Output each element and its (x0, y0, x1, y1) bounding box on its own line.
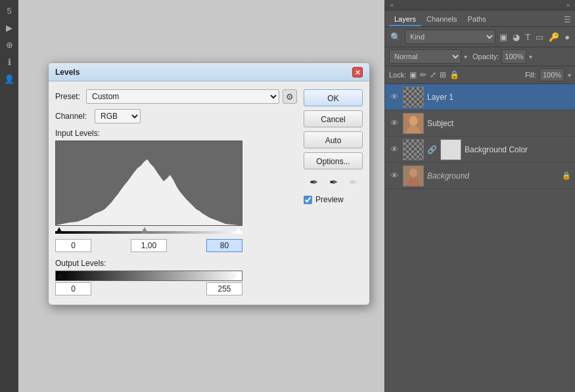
panel-collapse-top: « » (385, 0, 575, 11)
blend-down-arrow[interactable]: ▾ (464, 53, 467, 60)
lock-artboard-icon[interactable]: ⊞ (440, 70, 446, 79)
output-black-slider[interactable] (56, 272, 64, 279)
lock-checkerboard-icon[interactable]: ▣ (409, 70, 417, 79)
layer-item-background[interactable]: 👁 Background 🔒 (385, 163, 575, 189)
tool-play[interactable]: ▶ (1, 20, 17, 35)
tool-person[interactable]: 👤 (1, 71, 17, 87)
eye-icon-bg-color[interactable]: 👁 (389, 144, 400, 154)
eyedropper-black[interactable]: ✒ (310, 176, 318, 188)
auto-button[interactable]: Auto (304, 131, 363, 148)
subject-thumb-svg (403, 113, 423, 134)
layer-thumb-bg-color-white (440, 139, 461, 160)
chain-icon-bg-color: 🔗 (427, 145, 437, 154)
svg-point-3 (409, 116, 417, 125)
pixel-icon[interactable]: ▣ (498, 31, 509, 43)
svg-point-5 (409, 168, 417, 177)
channel-row: Channel: RGB (55, 109, 297, 123)
preset-row: Preset: Custom ⚙ (55, 89, 297, 104)
layers-list: 👁 Layer 1 👁 Subject 👁 🔗 Background Color (385, 84, 575, 392)
eyedropper-white[interactable]: ✒ (349, 176, 357, 188)
opacity-label: Opacity: (472, 53, 499, 60)
input-levels-label: Input Levels: (55, 129, 297, 138)
preview-label: Preview (315, 195, 344, 204)
eye-icon-subject[interactable]: 👁 (389, 118, 400, 128)
levels-dialog: Levels ✕ Preset: Custom ⚙ Channel: (48, 62, 370, 305)
input-white-slider[interactable] (235, 227, 242, 234)
layer-item-subject[interactable]: 👁 Subject (385, 110, 575, 137)
eyedropper-gray[interactable]: ✒ (329, 176, 338, 188)
layer-thumb-layer1 (403, 87, 424, 108)
tabs-row: Layers Channels Paths ☰ (385, 11, 575, 27)
fill-down-arrow[interactable]: ▾ (568, 72, 571, 79)
output-slider-track (55, 271, 242, 281)
ok-button[interactable]: OK (304, 89, 363, 106)
left-toolbar: 5 ▶ ⊕ ℹ 👤 (0, 0, 18, 392)
layer-item-bg-color[interactable]: 👁 🔗 Background Color (385, 137, 575, 163)
tab-layers[interactable]: Layers (389, 13, 421, 26)
blend-mode-select[interactable]: Normal (389, 49, 461, 64)
kind-select[interactable]: Kind (405, 30, 495, 44)
panel-menu-icon[interactable]: ☰ (564, 15, 571, 24)
lock-label: Lock: (389, 71, 406, 79)
output-levels-label: Output Levels: (55, 259, 297, 268)
adjustment-icon[interactable]: ◕ (511, 31, 521, 43)
search-icon: 🔍 (389, 31, 402, 43)
opacity-down-arrow[interactable]: ▾ (529, 53, 532, 60)
layer-name-layer1: Layer 1 (427, 93, 571, 102)
output-white-value[interactable] (206, 282, 242, 295)
lock-all-icon[interactable]: 🔒 (449, 70, 459, 79)
gear-button[interactable]: ⚙ (283, 89, 297, 104)
eye-icon-background[interactable]: 👁 (389, 171, 400, 181)
layers-panel: « » Layers Channels Paths ☰ 🔍 Kind ▣ ◕ T… (384, 0, 575, 392)
layer-thumb-background (403, 165, 424, 186)
input-white-value[interactable] (206, 239, 242, 252)
cancel-button[interactable]: Cancel (304, 110, 363, 127)
output-slider-row (55, 271, 242, 281)
opacity-input[interactable] (501, 49, 526, 64)
tool-add[interactable]: ⊕ (1, 37, 17, 53)
collapse-left-arrow[interactable]: « (390, 2, 394, 9)
lock-background-icon: 🔒 (562, 171, 571, 180)
preset-select[interactable]: Custom (86, 89, 279, 104)
dialog-right-panel: OK Cancel Auto Options... ✒ ✒ ✒ Preview (304, 89, 363, 295)
layer-name-background: Background (427, 171, 559, 181)
preview-checkbox[interactable] (304, 196, 312, 204)
tool-info[interactable]: ℹ (1, 54, 17, 70)
dialog-titlebar: Levels ✕ (49, 63, 369, 81)
layer-thumb-bg-color (403, 139, 424, 160)
dot-icon: ● (563, 31, 571, 43)
output-white-slider[interactable] (234, 272, 242, 279)
fill-label: Fill: (525, 71, 536, 79)
eyedroppers-row: ✒ ✒ ✒ (304, 176, 363, 188)
input-black-value[interactable] (55, 239, 91, 252)
shape-icon[interactable]: ▭ (534, 31, 545, 43)
effect-icon[interactable]: 🔑 (547, 31, 561, 43)
tab-paths[interactable]: Paths (463, 13, 492, 26)
lock-move-icon[interactable]: ⤢ (430, 70, 436, 79)
input-mid-value[interactable] (131, 239, 167, 252)
tool-icon-5[interactable]: 5 (1, 3, 17, 18)
fill-input[interactable] (540, 68, 564, 81)
layer-item-layer1[interactable]: 👁 Layer 1 (385, 84, 575, 110)
input-black-slider[interactable] (55, 227, 63, 234)
options-button[interactable]: Options... (304, 152, 363, 169)
lock-row: Lock: ▣ ✏ ⤢ ⊞ 🔒 Fill: ▾ (385, 66, 575, 84)
input-slider-track (55, 231, 242, 234)
layer-name-subject: Subject (427, 119, 571, 128)
tab-channels[interactable]: Channels (421, 13, 462, 26)
preset-label: Preset: (55, 92, 83, 101)
lock-brush-icon[interactable]: ✏ (420, 70, 426, 79)
bg-thumb-svg (403, 165, 423, 186)
input-mid-slider[interactable] (141, 227, 149, 234)
type-icon[interactable]: T (524, 31, 532, 43)
collapse-right-arrow[interactable]: » (566, 2, 570, 9)
input-slider-row (55, 227, 242, 238)
layer-name-bg-color: Background Color (465, 145, 571, 154)
eye-icon-layer1[interactable]: 👁 (389, 92, 400, 102)
close-button[interactable]: ✕ (352, 67, 363, 77)
preview-row: Preview (304, 195, 363, 204)
dialog-title: Levels (55, 68, 80, 77)
output-black-value[interactable] (55, 282, 91, 295)
histogram (55, 141, 242, 226)
channel-select[interactable]: RGB (95, 109, 141, 123)
